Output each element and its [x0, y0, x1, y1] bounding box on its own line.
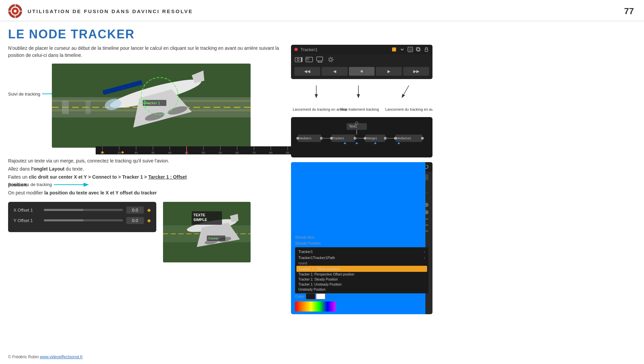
svg-point-117: [421, 137, 424, 140]
tracker1-transport: ◀◀ ◀ ■ ▶ ▶▶: [291, 65, 432, 79]
transport-fwd1[interactable]: ▶: [376, 67, 402, 76]
svg-text:Tracker1: Tracker1: [332, 137, 344, 140]
middle-text: Rajoutez un texte via un merge, puis, co…: [8, 157, 284, 197]
color-picker[interactable]: [295, 301, 335, 312]
y-offset-diamond[interactable]: ◆: [147, 218, 151, 223]
tracker-annotation-svg: Lancement du tracking en arrière Stop tr…: [291, 84, 432, 112]
aerial-svg: Tracker 1: [52, 64, 251, 148]
footer: © Frédéric Robin www.videoeffectsprod.fr: [8, 355, 83, 359]
svg-rect-81: [307, 58, 309, 60]
svg-marker-79: [301, 57, 302, 62]
tracker1path-item[interactable]: Tracker1Tracker1Path ›: [296, 255, 427, 261]
page-number: 77: [624, 6, 634, 16]
x-offset-slider[interactable]: [44, 209, 123, 211]
footer-link[interactable]: www.videoeffectsprod.fr: [40, 355, 83, 359]
svg-text:30: 30: [134, 151, 138, 154]
transport-fwd-end[interactable]: ▶▶: [403, 67, 429, 76]
color-white[interactable]: [316, 293, 325, 299]
tracker-annotations: Lancement du tracking en arrière Stop tr…: [291, 84, 432, 112]
svg-text:25: 25: [118, 151, 121, 154]
timeline-strip: 20 25 30 35 40 45 50 55 60 70 80 85: [96, 146, 294, 154]
svg-text:60: 60: [235, 151, 239, 154]
svg-text:Merge1: Merge1: [367, 137, 377, 140]
svg-text:SIMPLE: SIMPLE: [193, 218, 207, 222]
tracker-color-icon[interactable]: [391, 47, 397, 52]
tracker-lock-icon[interactable]: [424, 47, 429, 52]
svg-rect-71: [392, 47, 396, 51]
steady-pos-row: Steady Position: [295, 241, 428, 245]
transport-stop[interactable]: ■: [349, 67, 375, 76]
points-label-container: Points clés de tracking: [8, 181, 94, 188]
unsteady-item[interactable]: Tracker 1: Unsteady Position: [296, 282, 427, 287]
tracker-gear-icon[interactable]: [327, 56, 335, 63]
transport-back1[interactable]: ◀: [322, 67, 348, 76]
color-label: Color: [295, 294, 304, 298]
y-offset-slider[interactable]: [44, 219, 123, 221]
content-area: N'oubliez de placer le curseur au début …: [0, 45, 644, 314]
intro-text: N'oubliez de placer le curseur au début …: [8, 45, 284, 59]
svg-rect-82: [317, 57, 323, 61]
tracker1-header: Tracker1 ⊡: [291, 45, 432, 54]
y-offset-value: 0.0: [126, 217, 144, 224]
lower-properties: Steady Axis Steady Position Tracker1 ›: [295, 235, 428, 312]
color-row: Color: [295, 293, 428, 299]
svg-text:MediaOut1: MediaOut1: [396, 137, 411, 140]
left-column: N'oubliez de placer le curseur au début …: [8, 45, 284, 314]
svg-point-106: [330, 137, 333, 140]
color-black[interactable]: [306, 293, 315, 299]
x-offset-label: X Offset 1: [13, 208, 40, 213]
tracker-settings-icon[interactable]: ⊡: [408, 47, 413, 52]
tracker1-item[interactable]: Tracker1 ›: [296, 249, 427, 255]
tracker-chevron-icon[interactable]: [399, 47, 405, 52]
svg-text:35: 35: [151, 151, 155, 154]
svg-text:40: 40: [168, 151, 171, 154]
svg-line-90: [402, 85, 409, 97]
x-offset-diamond[interactable]: ◆: [147, 207, 151, 213]
svg-point-87: [328, 57, 333, 62]
x-offset-row: X Offset 1 0.0 ◆: [13, 207, 151, 214]
svg-text:MediaIn1: MediaIn1: [299, 137, 312, 140]
svg-point-2: [14, 10, 17, 12]
perspective-offset-item[interactable]: Tracker 1: Perspective Offset position: [296, 272, 427, 277]
transport-rewind[interactable]: ◀◀: [294, 67, 320, 76]
tracker1-controls: [291, 54, 432, 65]
tracker1path-arrow: ›: [424, 256, 425, 260]
text-line-5: On peut modifier la position du texte av…: [8, 189, 284, 197]
svg-text:Text1: Text1: [349, 124, 357, 128]
tracking-image2: TEXTE SIMPLE Tracker: [163, 202, 251, 262]
suivi-label: Suivi de tracking: [8, 92, 40, 97]
svg-text:⊡: ⊡: [409, 48, 412, 51]
tracker1-name: Tracker1: [300, 47, 389, 52]
text1-panel: Text1 Global In/Out 0 95: [291, 162, 432, 314]
svg-text:TEXTE: TEXTE: [193, 213, 205, 217]
steady-pos2-item[interactable]: Tracker 1: Steady Position: [296, 277, 427, 282]
svg-text:70: 70: [252, 151, 256, 154]
svg-text:85: 85: [286, 151, 289, 154]
timeline-svg: 20 25 30 35 40 45 50 55 60 70 80 85: [96, 146, 294, 154]
tracker-display-icon[interactable]: [316, 56, 324, 63]
svg-rect-76: [425, 49, 428, 51]
tracking-image2-svg: TEXTE SIMPLE Tracker: [163, 202, 251, 262]
svg-point-78: [297, 59, 299, 61]
svg-text:80: 80: [269, 151, 272, 154]
offset-position-item[interactable]: Tracker 1: Offset position: [296, 266, 427, 272]
svg-rect-16: [86, 101, 91, 114]
tracking-image: Tracker 1: [52, 64, 284, 154]
tracker1-ui: Tracker1 ⊡ ◀◀ ◀ ■ ▶ ▶▶: [291, 45, 432, 79]
bottom-row: X Offset 1 0.0 ◆ Y Offset 1 0.0 ◆: [8, 202, 284, 262]
tracker1-dot: [294, 48, 298, 51]
tracker-camera-icon[interactable]: [294, 56, 302, 63]
tracker-copy-icon[interactable]: [416, 47, 421, 52]
svg-point-111: [364, 137, 366, 140]
unsteady-pos-item[interactable]: Unsteady Position: [296, 287, 427, 292]
steady-axis-label: Steady Axis: [295, 235, 314, 239]
svg-point-86: [329, 58, 332, 61]
offset-panel: X Offset 1 0.0 ◆ Y Offset 1 0.0 ◆: [8, 202, 156, 232]
svg-rect-29: [96, 146, 294, 154]
y-offset-label: Y Offset 1: [13, 218, 40, 223]
svg-point-116: [394, 137, 397, 140]
svg-rect-15: [62, 101, 69, 114]
text-line-3: Faites un clic droit sur center X et Y >…: [8, 173, 284, 181]
color-swatches: [306, 293, 325, 299]
tracker-frame-icon[interactable]: [305, 56, 313, 63]
